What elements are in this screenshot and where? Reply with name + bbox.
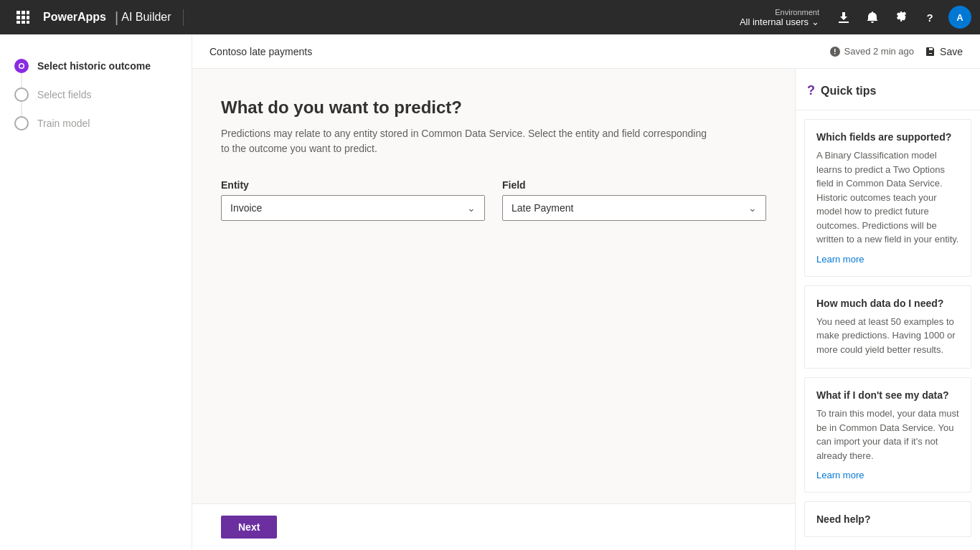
entity-select-value: Invoice xyxy=(230,202,262,214)
saved-label: Saved 2 min ago xyxy=(844,46,915,57)
page-title: What do you want to predict? xyxy=(221,98,766,118)
quick-tips-title: Quick tips xyxy=(821,85,876,98)
quick-tips-header: ? Quick tips xyxy=(796,69,980,110)
sidebar-label-3: Train model xyxy=(37,118,90,129)
sidebar-label-1: Select historic outcome xyxy=(37,60,151,72)
next-button[interactable]: Next xyxy=(221,516,277,539)
environment-selector[interactable]: Environment All internal users ⌄ xyxy=(740,8,819,27)
tip-card-2: How much data do I need? You need at lea… xyxy=(804,285,971,369)
main-layout: Select historic outcome Select fields Tr… xyxy=(0,34,980,550)
main-header: Contoso late payments Saved 2 min ago Sa… xyxy=(192,34,980,69)
tip-1-learn-more[interactable]: Learn more xyxy=(816,254,959,265)
sidebar: Select historic outcome Select fields Tr… xyxy=(0,34,192,550)
help-button[interactable]: ? xyxy=(917,4,943,30)
sidebar-item-train-model[interactable]: Train model xyxy=(0,109,192,138)
entity-select[interactable]: Invoice ⌄ xyxy=(221,195,485,221)
sidebar-item-select-outcome[interactable]: Select historic outcome xyxy=(0,52,192,80)
content-area: What do you want to predict? Predictions… xyxy=(192,69,980,550)
right-panel: ? Quick tips Which fields are supported?… xyxy=(795,69,980,550)
aibuilder-label: AI Builder xyxy=(121,11,171,24)
powerapps-label: PowerApps xyxy=(37,11,112,24)
svg-rect-4 xyxy=(22,16,25,19)
svg-rect-5 xyxy=(27,16,29,19)
svg-rect-8 xyxy=(27,21,29,24)
step-circle-1 xyxy=(14,59,29,73)
project-title: Contoso late payments xyxy=(209,46,312,57)
tip-2-text: You need at least 50 examples to make pr… xyxy=(816,315,959,357)
settings-button[interactable] xyxy=(888,4,914,30)
tip-3-text: To train this model, your data must be i… xyxy=(816,407,959,463)
entity-field-row: Entity Invoice ⌄ Field Late Payment ⌄ xyxy=(221,179,766,221)
svg-rect-2 xyxy=(27,11,29,14)
svg-rect-9 xyxy=(839,22,849,23)
saved-status: Saved 2 min ago xyxy=(830,46,915,57)
tip-3-title: What if I don't see my data? xyxy=(816,389,959,401)
entity-label: Entity xyxy=(221,179,485,191)
save-button-label: Save xyxy=(940,46,963,57)
environment-label: Environment xyxy=(775,8,819,16)
tip-2-title: How much data do I need? xyxy=(816,298,959,309)
tip-card-1: Which fields are supported? A Binary Cla… xyxy=(804,119,971,277)
field-label: Field xyxy=(502,179,766,191)
notification-button[interactable] xyxy=(859,4,885,30)
field-group: Field Late Payment ⌄ xyxy=(502,179,766,221)
field-select[interactable]: Late Payment ⌄ xyxy=(502,195,766,221)
chevron-down-icon: ⌄ xyxy=(811,16,819,27)
svg-rect-1 xyxy=(22,11,25,14)
top-navigation: PowerApps | AI Builder Environment All i… xyxy=(0,0,980,34)
step-circle-3 xyxy=(14,116,29,131)
sidebar-label-2: Select fields xyxy=(37,89,91,100)
need-help-card: Need help? xyxy=(804,501,971,537)
tip-card-3: What if I don't see my data? To train th… xyxy=(804,377,971,493)
need-help-title: Need help? xyxy=(816,513,959,525)
svg-rect-3 xyxy=(17,16,20,19)
quick-tips-icon: ? xyxy=(807,83,815,98)
main-content: What do you want to predict? Predictions… xyxy=(192,69,795,503)
tip-1-text: A Binary Classification model learns to … xyxy=(816,148,959,247)
environment-value: All internal users ⌄ xyxy=(740,16,819,27)
svg-rect-6 xyxy=(17,21,20,24)
download-button[interactable] xyxy=(831,4,857,30)
tip-1-title: Which fields are supported? xyxy=(816,131,959,143)
tip-3-learn-more[interactable]: Learn more xyxy=(816,470,959,480)
step-circle-2 xyxy=(14,87,29,102)
nav-icons: ? A xyxy=(831,4,971,30)
brand-separator: | xyxy=(115,9,118,26)
sidebar-item-select-fields[interactable]: Select fields xyxy=(0,80,192,109)
field-select-value: Late Payment xyxy=(512,202,573,214)
save-button[interactable]: Save xyxy=(925,46,963,57)
entity-chevron-icon: ⌄ xyxy=(467,202,476,214)
svg-rect-0 xyxy=(17,11,20,14)
svg-rect-7 xyxy=(22,21,25,24)
field-chevron-icon: ⌄ xyxy=(748,202,757,214)
brand-area: PowerApps | AI Builder xyxy=(37,9,184,26)
entity-group: Entity Invoice ⌄ xyxy=(221,179,485,221)
avatar[interactable]: A xyxy=(948,6,971,29)
svg-point-11 xyxy=(20,65,24,68)
page-subtitle: Predictions may relate to any entity sto… xyxy=(221,126,709,156)
waffle-menu-button[interactable] xyxy=(9,3,37,32)
bottom-bar: Next xyxy=(192,503,795,550)
